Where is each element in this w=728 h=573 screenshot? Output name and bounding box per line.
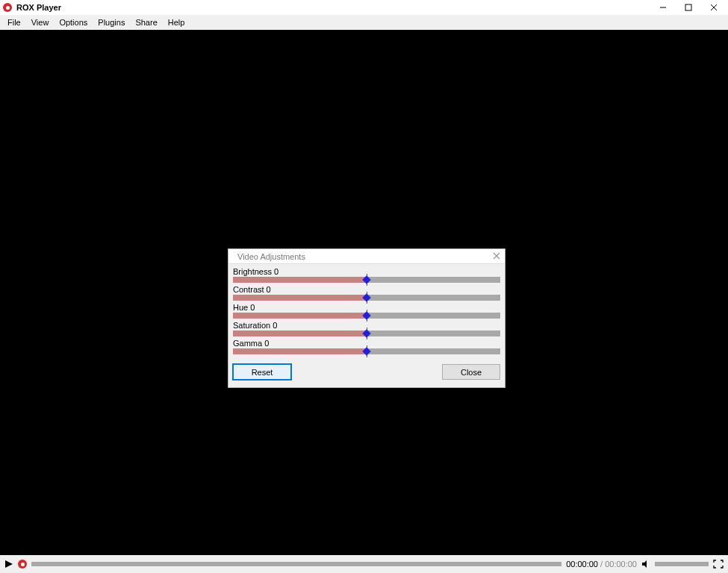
menu-file[interactable]: File <box>3 16 25 28</box>
current-time: 00:00:00 <box>566 560 598 569</box>
dialog-title: Video Adjustments <box>237 252 305 261</box>
gamma-label: Gamma <box>233 339 262 348</box>
svg-marker-7 <box>642 560 647 568</box>
gamma-slider[interactable] <box>233 348 500 354</box>
hue-label: Hue <box>233 303 248 312</box>
contrast-slider[interactable] <box>233 295 500 301</box>
gamma-value: 0 <box>264 339 269 348</box>
seek-slider[interactable] <box>31 562 561 566</box>
video-area[interactable]: Video Adjustments Brightness 0 Contrast <box>0 30 728 555</box>
contrast-row: Contrast 0 <box>233 285 500 301</box>
menu-view[interactable]: View <box>27 16 54 28</box>
volume-slider[interactable] <box>655 562 709 566</box>
close-button[interactable] <box>709 2 719 13</box>
brightness-row: Brightness 0 <box>233 267 500 283</box>
svg-marker-6 <box>5 560 13 568</box>
menu-bar: File View Options Plugins Share Help <box>0 15 728 30</box>
menu-share[interactable]: Share <box>131 16 161 28</box>
contrast-value: 0 <box>267 285 271 294</box>
minimize-button[interactable] <box>658 2 668 13</box>
fullscreen-button[interactable] <box>713 560 724 569</box>
svg-rect-1 <box>685 4 691 10</box>
brightness-label: Brightness <box>233 267 272 276</box>
saturation-row: Saturation 0 <box>233 321 500 336</box>
total-time: 00:00:00 <box>605 560 637 569</box>
hue-slider[interactable] <box>233 313 500 319</box>
record-icon[interactable] <box>18 560 27 569</box>
app-icon <box>3 3 12 12</box>
brightness-value: 0 <box>274 267 279 276</box>
window-titlebar: ROX Player <box>0 0 728 15</box>
hue-row: Hue 0 <box>233 303 500 319</box>
dialog-close-button[interactable] <box>493 251 500 262</box>
saturation-slider[interactable] <box>233 331 500 336</box>
gamma-row: Gamma 0 <box>233 339 500 354</box>
contrast-label: Contrast <box>233 285 264 294</box>
video-adjustments-dialog: Video Adjustments Brightness 0 Contrast <box>228 248 505 388</box>
close-button-dialog[interactable]: Close <box>442 364 500 380</box>
dialog-titlebar[interactable]: Video Adjustments <box>228 249 505 264</box>
menu-options[interactable]: Options <box>55 16 92 28</box>
maximize-button[interactable] <box>683 2 694 13</box>
time-display: 00:00:00 / 00:00:00 <box>566 560 637 569</box>
brightness-slider[interactable] <box>233 277 500 283</box>
reset-button[interactable]: Reset <box>233 364 291 380</box>
saturation-label: Saturation <box>233 321 270 330</box>
play-button[interactable] <box>4 560 13 569</box>
volume-icon[interactable] <box>641 560 650 569</box>
hue-value: 0 <box>250 303 255 312</box>
playback-bar: 00:00:00 / 00:00:00 <box>0 555 728 573</box>
menu-plugins[interactable]: Plugins <box>93 16 129 28</box>
saturation-value: 0 <box>273 321 277 330</box>
menu-help[interactable]: Help <box>164 16 190 28</box>
app-title: ROX Player <box>16 3 61 12</box>
